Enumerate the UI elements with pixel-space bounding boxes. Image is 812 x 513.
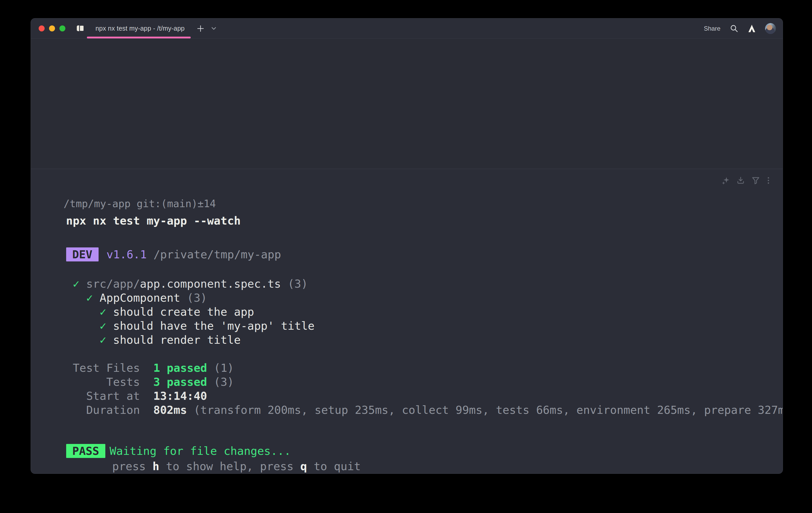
vitest-version: v1.6.1 <box>106 248 147 261</box>
previous-block[interactable] <box>31 39 783 169</box>
command-text: npx nx test my-app --watch <box>66 214 241 227</box>
tab-active[interactable]: npx nx test my-app - /t/my-app <box>95 19 185 38</box>
watch-help-row: press h to show help, press q to quit <box>31 445 783 474</box>
summary-duration: Duration802ms (transform 200ms, setup 23… <box>31 389 783 431</box>
key-h: h <box>152 460 159 473</box>
dev-badge: DEV <box>66 247 99 262</box>
vitest-cwd: /private/tmp/my-app <box>153 248 281 261</box>
check-icon: ✓ <box>66 333 113 346</box>
tab-title: npx nx test my-app - /t/my-app <box>95 25 185 32</box>
close-window-button[interactable] <box>39 25 45 31</box>
search-icon[interactable] <box>730 24 738 33</box>
key-q: q <box>300 460 307 473</box>
titlebar-right: Share <box>704 19 776 38</box>
tab-list-button[interactable] <box>210 26 217 31</box>
terminal-window: npx nx test my-app - /t/my-app Share <box>31 18 783 474</box>
zoom-window-button[interactable] <box>59 25 65 31</box>
share-button[interactable]: Share <box>704 25 720 32</box>
minimize-window-button[interactable] <box>49 25 55 31</box>
traffic-lights <box>39 25 65 31</box>
new-tab-button[interactable] <box>196 24 205 33</box>
pages-icon[interactable] <box>77 25 85 32</box>
titlebar: npx nx test my-app - /t/my-app Share <box>31 19 783 39</box>
active-tab-underline <box>87 36 191 38</box>
chevron-down-icon <box>211 27 216 30</box>
plus-icon <box>197 25 204 32</box>
warp-logo-icon[interactable] <box>748 24 756 33</box>
avatar[interactable] <box>765 23 776 34</box>
